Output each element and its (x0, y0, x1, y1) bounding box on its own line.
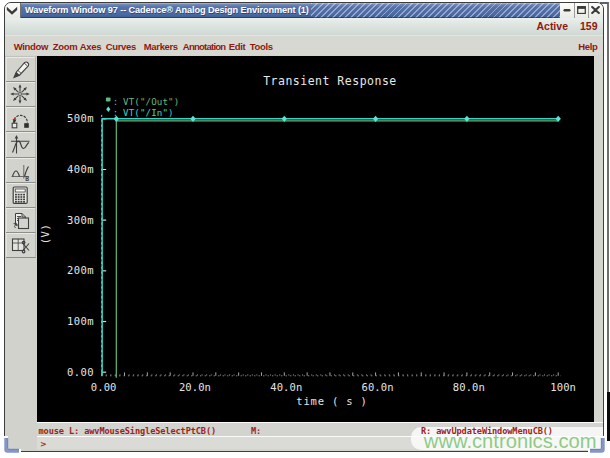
pen-icon (9, 58, 31, 80)
legend-colon-out: : (112, 96, 118, 107)
zoom-fit-icon (9, 83, 31, 105)
menu-item-curves[interactable]: Curves (106, 41, 136, 52)
chevron-down-icon (6, 6, 18, 15)
trace-arc-icon (9, 108, 31, 130)
background-window-edge (607, 2, 609, 392)
legend-marker-in (106, 106, 110, 112)
calculator-icon (9, 184, 31, 206)
toolbar: B (5, 56, 37, 451)
x-tick-label: 60.0n (361, 380, 393, 392)
legend-colon-in: : (112, 107, 118, 118)
copy-window-icon (9, 209, 31, 231)
y-axis-ticks: 500m400m300m200m100m0.00 (67, 112, 106, 377)
toolbar-button-cut-window[interactable] (6, 233, 36, 258)
menu-item-annotation[interactable]: Annotation (183, 41, 226, 52)
y-tick-label: 500m (67, 112, 94, 124)
close-button[interactable] (588, 3, 602, 18)
status-mouse-right: R: awvUpdateWindowMenuCB() (421, 426, 553, 436)
x-tick-label: 100n (550, 380, 576, 392)
maximize-button[interactable] (574, 3, 588, 18)
x-tick-label: 20.0n (179, 380, 211, 392)
toolbar-button-compare-waveforms[interactable]: B (6, 158, 36, 183)
toolbar-button-copy-window[interactable] (6, 208, 36, 233)
menu-item-tools[interactable]: Tools (250, 41, 273, 52)
toolbar-button-strip-chart[interactable] (6, 132, 36, 157)
y-tick-label: 100m (67, 315, 94, 327)
minimize-button[interactable] (560, 3, 574, 18)
maximize-icon (577, 6, 586, 14)
compare-waveforms-icon: B (9, 159, 31, 181)
waveform-window: Waveform Window 97 -- Cadence® Analog De… (4, 2, 604, 452)
active-count: 159 (580, 20, 598, 32)
active-status-row: Active 159 (5, 18, 603, 36)
cut-window-icon (9, 234, 31, 256)
chart-title: Transient Response (263, 74, 397, 88)
menu-item-window[interactable]: Window (14, 41, 48, 52)
menu-item-axes[interactable]: Axes (80, 41, 101, 52)
resize-grip-right[interactable] (588, 436, 605, 453)
window-title: Waveform Window 97 -- Cadence® Analog De… (21, 3, 311, 18)
toolbar-button-pen[interactable] (6, 57, 36, 82)
legend-marker-out (105, 97, 110, 101)
titlebar-stripes (311, 3, 560, 18)
active-label: Active (536, 20, 568, 32)
y-tick-label: 300m (67, 213, 94, 225)
y-tick-label: 400m (67, 163, 94, 175)
x-tick-label: 80.0n (452, 380, 484, 392)
resize-grip-left[interactable] (4, 436, 21, 453)
status-mouse-left: mouse L: awvMouseSingleSelectPtCB() (39, 426, 217, 436)
x-tick-label: 40.0n (270, 380, 302, 392)
menu-item-markers[interactable]: Markers (144, 41, 178, 52)
waveform-plot[interactable]: Transient Response:VT("/Out"):VT("/In")5… (37, 56, 595, 423)
minimize-icon (563, 6, 571, 14)
command-prompt: > (41, 438, 47, 449)
menu-item-edit[interactable]: Edit (229, 41, 246, 52)
close-icon (591, 6, 600, 14)
series-out (116, 118, 558, 377)
titlebar[interactable]: Waveform Window 97 -- Cadence® Analog De… (5, 3, 603, 18)
y-tick-label: 200m (67, 264, 94, 276)
statusbar: mouse L: awvMouseSingleSelectPtCB() M: R… (37, 422, 603, 435)
menu-item-zoom[interactable]: Zoom (53, 41, 77, 52)
status-mouse-middle: M: (251, 426, 261, 436)
background-window-plot-corner (607, 392, 610, 441)
y-axis-title: (V) (38, 223, 50, 243)
svg-text:B: B (25, 174, 29, 180)
x-axis-ticks: 0.0020.0n40.0n60.0n80.0n100n (90, 372, 575, 392)
menu-item-help[interactable]: Help (578, 41, 597, 52)
x-axis-title: time ( s ) (296, 395, 367, 407)
strip-chart-icon (9, 133, 31, 155)
x-tick-label: 0.00 (90, 380, 116, 392)
series-in (102, 118, 558, 375)
toolbar-button-calculator[interactable] (6, 183, 36, 208)
legend-label-in: VT("/In") (123, 107, 174, 118)
toolbar-button-zoom-fit[interactable] (6, 82, 36, 107)
y-tick-label: 0.00 (67, 365, 94, 377)
menubar: Help WindowZoomAxesCurvesMarkersAnnotati… (5, 35, 603, 55)
window-menu-button[interactable] (5, 3, 21, 18)
toolbar-button-trace-arc[interactable] (6, 107, 36, 132)
legend-label-out: VT("/Out") (123, 96, 179, 107)
